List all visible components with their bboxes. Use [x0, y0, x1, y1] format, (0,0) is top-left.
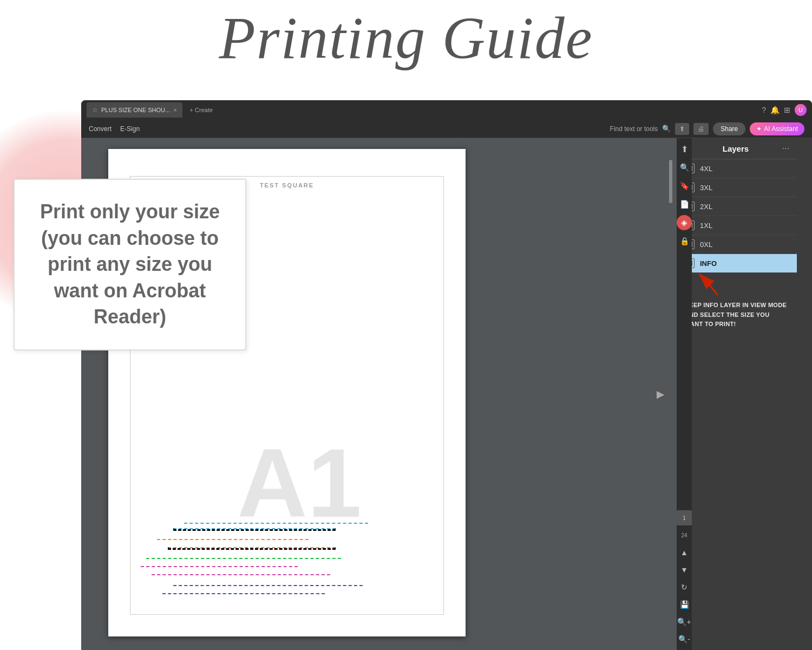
layer-item-4xl[interactable]: 4XL — [677, 159, 797, 178]
ai-icon: ✦ — [756, 125, 762, 133]
layer-instruction-text: KEEP INFO LAYER IN VIEW MODE AND SELECT … — [685, 301, 789, 329]
nav-up-icon[interactable]: ▲ — [677, 545, 692, 560]
avatar-icon[interactable]: U — [795, 104, 807, 116]
lock-panel-icon[interactable]: 🔒 — [677, 233, 692, 249]
scroll-thumb[interactable] — [669, 160, 672, 203]
menu-bar: Convert E-Sign Find text or tools 🔍 ⬆ 🖨 … — [81, 120, 812, 138]
layers-more-icon[interactable]: ··· — [782, 144, 789, 153]
line-green — [146, 558, 341, 559]
menu-search-area: Find text or tools 🔍 ⬆ 🖨 Share ✦ AI Assi… — [610, 122, 804, 135]
print-icon[interactable]: 🖨 — [693, 123, 709, 135]
ai-assistant-button[interactable]: ✦ AI Assistant — [750, 122, 804, 135]
title-area: Printing Guide — [0, 5, 812, 71]
pattern-lines — [141, 517, 455, 626]
callout-box: Print only your size (you can choose to … — [14, 179, 246, 350]
tab-title: PLUS SIZE ONE SHOU... — [101, 107, 170, 113]
layer-item-3xl[interactable]: 3XL — [677, 178, 797, 197]
search-text: Find text or tools — [610, 125, 658, 133]
layer-name-4xl: 4XL — [700, 165, 712, 173]
page-header-label: TEST SQUARE — [260, 182, 314, 188]
active-tab[interactable]: ☆ PLUS SIZE ONE SHOU... × — [87, 102, 182, 118]
page-num-display: 1 — [677, 510, 692, 525]
menu-items: Convert E-Sign — [89, 125, 140, 133]
layer-item-1xl[interactable]: 1XL — [677, 216, 797, 235]
line-pink-2 — [152, 574, 330, 575]
line-orange-2 — [168, 547, 336, 550]
layer-item-0xl[interactable]: 0XL — [677, 235, 797, 254]
page-title: Printing Guide — [0, 5, 812, 71]
red-arrow-svg — [688, 263, 731, 301]
red-arrow-container — [688, 263, 731, 303]
zoom-out-icon[interactable]: 🔍- — [677, 632, 692, 647]
line-cyan-1 — [184, 523, 368, 524]
bookmark-panel-icon[interactable]: 🔖 — [677, 178, 692, 193]
title-bar: ☆ PLUS SIZE ONE SHOU... × + Create ? 🔔 ⊞… — [81, 100, 812, 120]
layers-panel-icon[interactable]: ◈ — [677, 215, 692, 230]
layers-panel-title: Layers — [723, 144, 749, 153]
rotate-icon[interactable]: ↻ — [677, 580, 692, 595]
line-cyan-2 — [173, 528, 336, 531]
tab-area: ☆ PLUS SIZE ONE SHOU... × + Create — [87, 102, 757, 118]
page-total-display: 24 — [677, 528, 692, 543]
nav-down-icon[interactable]: ▼ — [677, 562, 692, 577]
menu-convert[interactable]: Convert — [89, 125, 112, 133]
upload-icon[interactable]: ⬆ — [675, 123, 689, 135]
tab-add-button[interactable]: + Create — [186, 105, 218, 115]
layers-panel: × Layers ··· 4XL 3XL 2X — [677, 138, 797, 650]
ai-label: AI Assistant — [764, 125, 798, 133]
search-panel-icon[interactable]: 🔍 — [677, 160, 692, 175]
bottom-sidebar-icons: 1 24 ▲ ▼ ↻ 💾 🔍+ 🔍- — [677, 510, 692, 647]
bell-icon[interactable]: 🔔 — [770, 106, 780, 114]
zoom-in-icon[interactable]: 🔍+ — [677, 614, 692, 629]
menu-esign[interactable]: E-Sign — [120, 125, 140, 133]
line-orange — [157, 539, 309, 540]
line-pink — [141, 566, 298, 567]
share-button[interactable]: Share — [713, 122, 745, 135]
title-bar-actions: ? 🔔 ⊞ U — [762, 104, 807, 116]
tab-add-label: + Create — [190, 107, 213, 113]
layer-name-3xl: 3XL — [700, 184, 712, 192]
line-blue-2 — [162, 593, 325, 594]
layer-item-2xl[interactable]: 2XL — [677, 197, 797, 216]
layers-panel-header: × Layers ··· — [677, 138, 797, 159]
callout-text: Print only your size (you can choose to … — [31, 199, 229, 330]
layer-name-2xl: 2XL — [700, 203, 712, 211]
save-icon[interactable]: 💾 — [677, 597, 692, 612]
tab-star-icon: ☆ — [92, 106, 98, 114]
scroll-bar[interactable] — [669, 160, 672, 628]
page-next-arrow[interactable]: ► — [654, 387, 667, 402]
export-panel-icon[interactable]: ⬆ — [677, 141, 692, 157]
tab-close-icon[interactable]: × — [173, 107, 176, 113]
search-icon[interactable]: 🔍 — [662, 125, 671, 133]
copy-panel-icon[interactable]: 📄 — [677, 197, 692, 212]
grid-icon[interactable]: ⊞ — [784, 106, 790, 114]
layer-name-1xl: 1XL — [700, 222, 712, 230]
layer-name-0xl: 0XL — [700, 240, 712, 249]
right-sidebar: ⬆ 🔍 🔖 📄 ◈ 🔒 1 24 ▲ ▼ ↻ 💾 🔍+ 🔍- — [677, 138, 692, 650]
help-icon[interactable]: ? — [762, 106, 766, 114]
line-blue — [173, 585, 363, 586]
